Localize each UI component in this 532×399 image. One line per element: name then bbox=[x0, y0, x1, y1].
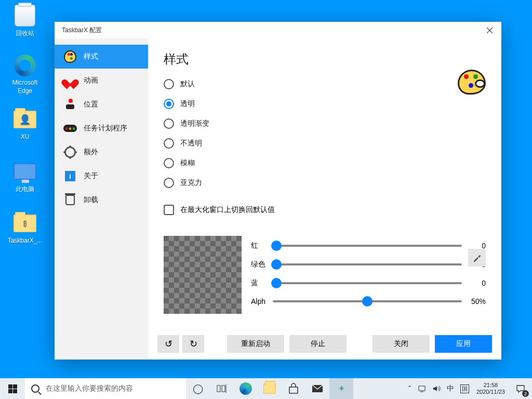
circle-icon: ◯ bbox=[193, 383, 203, 394]
radio-blur[interactable]: 模糊 bbox=[164, 158, 486, 168]
slider-red[interactable]: 红 0 bbox=[251, 241, 486, 250]
trash-icon bbox=[64, 194, 76, 206]
tray-volume[interactable] bbox=[429, 378, 444, 399]
restart-button[interactable]: 重新启动 bbox=[227, 335, 284, 353]
tray-clock[interactable]: 21:58 2020/11/23 bbox=[472, 382, 509, 395]
close-button[interactable]: 关闭 bbox=[373, 335, 430, 353]
system-tray: ˄ 中 国 21:58 2020/11/23 2 bbox=[405, 378, 532, 399]
radio-opaque[interactable]: 不透明 bbox=[164, 138, 486, 149]
folder-icon: 👤 bbox=[14, 111, 36, 128]
desktop-folder-taskbarx[interactable]: ₿ TaskbarX_... bbox=[5, 211, 45, 244]
search-icon bbox=[31, 384, 39, 393]
slider-track[interactable] bbox=[273, 300, 462, 302]
clock-date: 2020/11/23 bbox=[476, 389, 505, 395]
desktop-recycle-bin[interactable]: 回收站 bbox=[5, 3, 45, 38]
cortana-button[interactable]: ◯ bbox=[186, 378, 210, 399]
sidebar-item-uninstall[interactable]: 卸载 bbox=[55, 188, 148, 212]
radio-icon bbox=[164, 79, 174, 89]
taskbar-search[interactable]: 在这里输入你要搜索的内容 bbox=[25, 378, 186, 399]
sidebar-item-label: 卸载 bbox=[84, 195, 98, 205]
app-icon: ✦ bbox=[338, 383, 345, 394]
folder-icon bbox=[263, 383, 276, 394]
radio-acrylic[interactable]: 亚克力 bbox=[164, 178, 486, 188]
palette-decoration-icon bbox=[458, 70, 486, 95]
windows-logo-icon bbox=[8, 384, 17, 393]
radio-gradient[interactable]: 透明渐变 bbox=[164, 118, 486, 129]
slider-track[interactable] bbox=[273, 282, 462, 284]
radio-icon bbox=[164, 99, 174, 109]
start-button[interactable] bbox=[0, 378, 25, 399]
radio-icon bbox=[164, 158, 174, 168]
sidebar-item-style[interactable]: 样式 bbox=[55, 45, 148, 69]
sidebar-item-position[interactable]: 位置 bbox=[55, 92, 148, 116]
taskbar-app-explorer[interactable] bbox=[258, 378, 282, 399]
sidebar-item-extras[interactable]: 额外 bbox=[55, 140, 148, 164]
desktop-label: Microsoft bbox=[12, 79, 38, 86]
tray-overflow[interactable]: ˄ bbox=[405, 378, 415, 399]
titlebar[interactable]: TaskbarX 配置 bbox=[55, 22, 501, 38]
tray-notifications[interactable]: 2 bbox=[509, 378, 532, 399]
sidebar-item-scheduler[interactable]: 任务计划程序 bbox=[55, 116, 148, 140]
checkbox-label: 在最大化窗口上切换回默认值 bbox=[180, 205, 275, 215]
radio-icon bbox=[164, 138, 174, 149]
tray-network[interactable] bbox=[415, 378, 429, 399]
taskbar-app-store[interactable] bbox=[282, 378, 305, 399]
taskbar-app-mail[interactable] bbox=[305, 378, 329, 399]
recycle-bin-icon bbox=[15, 5, 35, 26]
content-pane: 样式 默认 透明 透明渐变 不透明 模糊 亚克力 在最大化窗口上切换回默认值 bbox=[148, 38, 501, 360]
taskbar-app-edge[interactable] bbox=[234, 378, 258, 399]
desktop-edge[interactable]: Microsoft Edge bbox=[5, 53, 45, 95]
sidebar-item-about[interactable]: i 关于 bbox=[55, 164, 148, 188]
redo-button[interactable]: ↻ bbox=[182, 335, 204, 353]
slider-green[interactable]: 绿色 0 bbox=[251, 260, 486, 269]
page-heading: 样式 bbox=[164, 51, 486, 68]
volume-icon bbox=[432, 385, 441, 392]
network-icon bbox=[418, 385, 426, 392]
config-window: TaskbarX 配置 样式 动画 位置 任务计划程序 bbox=[55, 22, 501, 360]
slider-label: 红 bbox=[251, 241, 270, 250]
close-icon bbox=[487, 28, 493, 33]
store-icon bbox=[288, 383, 299, 394]
traffic-light-icon bbox=[64, 122, 76, 135]
desktop-label: Edge bbox=[18, 87, 32, 95]
color-preview bbox=[164, 236, 242, 314]
task-view-button[interactable] bbox=[210, 378, 234, 399]
sidebar-item-label: 额外 bbox=[84, 148, 98, 157]
radio-label: 不透明 bbox=[180, 139, 202, 148]
clock-time: 21:58 bbox=[484, 382, 498, 389]
svg-rect-4 bbox=[419, 386, 425, 391]
radio-transparent[interactable]: 透明 bbox=[164, 99, 486, 109]
radio-label: 亚克力 bbox=[180, 178, 202, 188]
edge-icon bbox=[240, 382, 252, 395]
undo-button[interactable]: ↺ bbox=[157, 335, 179, 353]
eyedropper-icon bbox=[472, 253, 482, 262]
radio-label: 透明 bbox=[180, 99, 195, 109]
window-footer: ↺ ↻ 重新启动 停止 关闭 应用 bbox=[148, 328, 501, 360]
tray-ime-lang[interactable]: 中 bbox=[444, 378, 457, 399]
sidebar-item-animation[interactable]: 动画 bbox=[55, 69, 148, 92]
apply-button[interactable]: 应用 bbox=[435, 335, 492, 353]
desktop-folder-xu[interactable]: 👤 XU bbox=[5, 107, 45, 140]
radio-default[interactable]: 默认 bbox=[164, 79, 486, 89]
stop-button[interactable]: 停止 bbox=[289, 335, 347, 353]
slider-track[interactable] bbox=[273, 263, 462, 265]
checkbox-revert-maximized[interactable]: 在最大化窗口上切换回默认值 bbox=[164, 205, 486, 215]
eyedropper-button[interactable] bbox=[468, 249, 486, 267]
slider-alpha[interactable]: Alph 50% bbox=[251, 297, 486, 305]
desktop-this-pc[interactable]: 此电脑 bbox=[5, 159, 45, 194]
desktop-label: 此电脑 bbox=[16, 185, 34, 194]
mail-icon bbox=[312, 384, 323, 393]
desktop-label: TaskbarX_... bbox=[8, 237, 43, 244]
joystick-icon bbox=[64, 98, 76, 111]
tray-ime-region[interactable]: 国 bbox=[457, 378, 472, 399]
slider-track[interactable] bbox=[273, 245, 462, 247]
slider-label: 蓝 bbox=[251, 278, 270, 288]
undo-icon: ↺ bbox=[165, 338, 172, 350]
window-close-button[interactable] bbox=[477, 22, 501, 38]
radio-label: 默认 bbox=[180, 79, 195, 89]
taskbar-app-taskbarx[interactable]: ✦ bbox=[329, 378, 353, 399]
radio-icon bbox=[164, 178, 174, 188]
slider-blue[interactable]: 蓝 0 bbox=[251, 278, 486, 288]
slider-value: 0 bbox=[465, 279, 486, 287]
radio-label: 透明渐变 bbox=[180, 119, 209, 128]
